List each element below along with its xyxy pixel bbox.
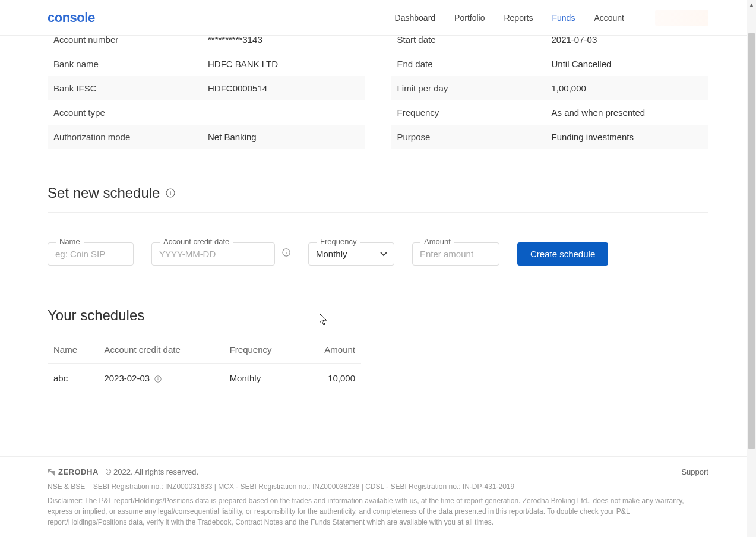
bank-details-right: Start date2021-07-03 End dateUntil Cance… <box>391 27 709 149</box>
scrollbar[interactable]: ▲ <box>747 0 756 537</box>
bank-details: Account number**********3143 Bank nameHD… <box>48 27 708 149</box>
detail-row: FrequencyAs and when presented <box>391 100 709 125</box>
svg-rect-8 <box>158 378 159 380</box>
table-row[interactable]: abc 2023-02-03 Monthly 10,000 <box>48 364 361 393</box>
nav-account[interactable]: Account <box>594 13 624 23</box>
name-group: Name <box>48 242 134 266</box>
footer: ZERODHA © 2022. All rights reserved. Sup… <box>0 456 756 537</box>
zerodha-icon <box>48 469 55 476</box>
detail-row: Start date2021-07-03 <box>391 27 709 52</box>
svg-rect-2 <box>170 192 171 195</box>
detail-label: Bank IFSC <box>53 83 208 93</box>
freq-group: Frequency Monthly <box>308 242 394 266</box>
set-schedule-title: Set new schedule <box>48 185 708 201</box>
detail-value: HDFC0000514 <box>208 83 267 93</box>
footer-registration: NSE & BSE – SEBI Registration no.: INZ00… <box>48 482 708 491</box>
cell-date: 2023-02-03 <box>98 364 223 393</box>
cell-freq: Monthly <box>224 364 300 393</box>
detail-row: Authorization modeNet Banking <box>48 125 365 149</box>
info-icon[interactable] <box>282 248 290 257</box>
cell-amount: 10,000 <box>300 364 361 393</box>
detail-label: Account number <box>53 34 208 45</box>
detail-row: Account type <box>48 100 365 125</box>
nav-reports[interactable]: Reports <box>504 13 533 23</box>
svg-point-1 <box>170 191 172 192</box>
scroll-thumb[interactable] <box>748 33 755 449</box>
detail-row: Bank nameHDFC BANK LTD <box>48 52 365 76</box>
detail-label: Limit per day <box>397 83 552 93</box>
detail-label: Purpose <box>397 132 552 142</box>
nav-dashboard[interactable]: Dashboard <box>395 13 436 23</box>
create-schedule-button[interactable]: Create schedule <box>517 242 608 266</box>
nav-funds[interactable]: Funds <box>552 13 575 23</box>
detail-row: PurposeFunding investments <box>391 125 709 149</box>
nav-badge[interactable] <box>655 10 708 26</box>
schedule-form: Name Account credit date Frequency Month… <box>48 242 708 266</box>
schedules-table: Name Account credit date Frequency Amoun… <box>48 336 361 393</box>
detail-label: Frequency <box>397 108 552 118</box>
cell-name: abc <box>48 364 98 393</box>
detail-value: Funding investments <box>552 132 634 142</box>
detail-value: 1,00,000 <box>552 83 586 93</box>
detail-row: End dateUntil Cancelled <box>391 52 709 76</box>
detail-value: 2021-07-03 <box>552 34 597 45</box>
detail-row: Limit per day1,00,000 <box>391 76 709 100</box>
detail-label: Start date <box>397 34 552 45</box>
footer-brand: ZERODHA © 2022. All rights reserved. <box>48 467 198 476</box>
detail-label: Bank name <box>53 59 208 69</box>
amount-label: Amount <box>420 237 454 246</box>
detail-value: HDFC BANK LTD <box>208 59 278 69</box>
info-icon[interactable] <box>166 188 175 198</box>
date-label: Account credit date <box>160 237 233 246</box>
detail-label: Account type <box>53 108 208 118</box>
nav: Dashboard Portfolio Reports Funds Accoun… <box>395 10 708 26</box>
th-date: Account credit date <box>98 336 223 364</box>
name-label: Name <box>56 237 84 246</box>
svg-point-7 <box>158 377 159 378</box>
logo[interactable]: console <box>48 10 95 26</box>
detail-label: End date <box>397 59 552 69</box>
detail-row: Bank IFSCHDFC0000514 <box>48 76 365 100</box>
amount-group: Amount <box>412 242 499 266</box>
date-group: Account credit date <box>151 242 275 266</box>
th-name: Name <box>48 336 98 364</box>
th-amount: Amount <box>300 336 361 364</box>
footer-disclaimer: Disclaimer: The P&L report/Holdings/Posi… <box>48 495 708 527</box>
set-schedule-title-text: Set new schedule <box>48 185 160 201</box>
your-schedules-title: Your schedules <box>48 307 708 324</box>
divider <box>48 212 708 213</box>
detail-value: **********3143 <box>208 34 262 45</box>
scroll-up-icon[interactable]: ▲ <box>747 0 756 9</box>
freq-label: Frequency <box>317 237 360 246</box>
svg-point-4 <box>286 251 286 251</box>
detail-label: Authorization mode <box>53 132 208 142</box>
th-freq: Frequency <box>224 336 300 364</box>
detail-row: Account number**********3143 <box>48 27 365 52</box>
content: Account number**********3143 Bank nameHD… <box>0 27 756 393</box>
detail-value: As and when presented <box>552 108 646 118</box>
date-info-wrap <box>282 248 290 259</box>
detail-value: Until Cancelled <box>552 59 612 69</box>
info-icon[interactable] <box>154 375 162 383</box>
support-link[interactable]: Support <box>681 467 708 476</box>
svg-rect-5 <box>286 252 286 254</box>
nav-portfolio[interactable]: Portfolio <box>454 13 485 23</box>
detail-value: Net Banking <box>208 132 257 142</box>
bank-details-left: Account number**********3143 Bank nameHD… <box>48 27 365 149</box>
table-header-row: Name Account credit date Frequency Amoun… <box>48 336 361 364</box>
